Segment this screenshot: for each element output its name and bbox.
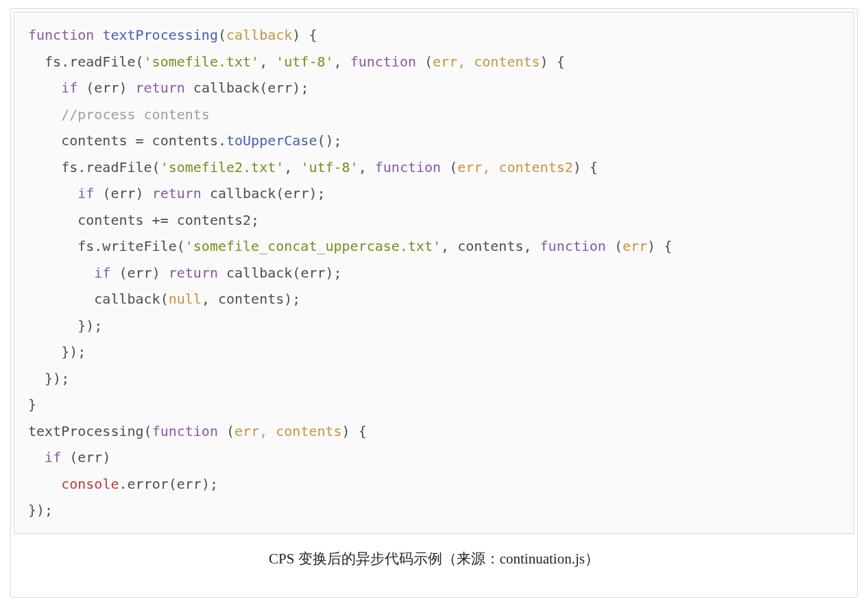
code-text: });	[28, 370, 69, 387]
figure-caption: CPS 变换后的异步代码示例（来源：continuation.js）	[14, 549, 854, 568]
code-text: callback(err);	[218, 265, 342, 281]
code-text	[28, 476, 61, 492]
code-text	[28, 449, 45, 465]
code-text: , contents);	[202, 291, 301, 307]
comment: //process contents	[61, 106, 210, 123]
code-text: ) {	[292, 27, 317, 43]
code-text: });	[28, 317, 102, 334]
code-block: function textProcessing(callback) { fs.r…	[14, 12, 854, 534]
code-text: ,	[359, 159, 375, 175]
code-text: (	[416, 53, 433, 70]
code-text: textProcessing(	[28, 423, 152, 439]
code-text: (err)	[94, 185, 152, 202]
code-text	[28, 80, 61, 96]
code-text: ) {	[540, 53, 565, 70]
code-text: (	[218, 27, 226, 43]
string: 'utf-8'	[276, 53, 333, 70]
code-text: ,	[259, 53, 276, 70]
keyword: function	[375, 159, 441, 175]
keyword: function	[540, 238, 606, 254]
code-text: contents += contents2;	[28, 212, 259, 228]
code-text: (	[441, 159, 457, 175]
string: 'somefile_concat_uppercase.txt'	[185, 238, 441, 254]
keyword: if	[94, 265, 110, 281]
code-text	[28, 265, 94, 281]
param: err, contents2	[457, 159, 573, 175]
keyword: if	[61, 80, 77, 96]
keyword: function	[28, 27, 94, 43]
code-text	[28, 185, 77, 202]
code-text: (err)	[110, 265, 168, 281]
keyword: if	[77, 185, 94, 202]
keyword: return	[136, 80, 185, 96]
code-text: ,	[334, 53, 350, 70]
code-text: ) {	[342, 423, 367, 439]
code-text: callback(err);	[202, 185, 326, 202]
code-text: fs.readFile(	[28, 53, 144, 70]
method: toUpperCase	[226, 132, 317, 149]
string: 'somefile.txt'	[144, 53, 260, 70]
code-text: .error(err);	[119, 476, 218, 492]
code-text: });	[28, 502, 53, 518]
code-text: fs.readFile(	[28, 159, 160, 175]
literal: null	[169, 291, 202, 307]
builtin: console	[61, 476, 119, 492]
code-text: (err)	[61, 449, 110, 465]
code-text: , contents,	[441, 238, 540, 254]
code-text: ();	[317, 132, 341, 149]
param: err, contents	[234, 423, 342, 439]
code-text: fs.writeFile(	[28, 238, 185, 254]
param: err, contents	[433, 53, 540, 70]
code-text: callback(	[28, 291, 169, 307]
code-text: ) {	[647, 238, 672, 254]
code-text: ) {	[573, 159, 598, 175]
keyword: if	[45, 449, 61, 465]
code-text: callback(err);	[185, 80, 309, 96]
code-text: (	[218, 423, 234, 439]
keyword: return	[152, 185, 202, 202]
code-text: (err)	[77, 80, 135, 96]
keyword: function	[350, 53, 416, 70]
param: err	[623, 238, 647, 254]
code-text: });	[28, 343, 86, 360]
string: 'somefile2.txt'	[160, 159, 285, 175]
code-text: }	[28, 396, 36, 413]
function-name: textProcessing	[102, 27, 218, 43]
string: 'utf-8'	[300, 159, 358, 175]
figure-container: function textProcessing(callback) { fs.r…	[10, 8, 858, 598]
param: callback	[226, 27, 292, 43]
keyword: function	[152, 423, 218, 439]
code-text	[28, 106, 61, 123]
code-text: (	[606, 238, 623, 254]
code-text: ,	[284, 159, 300, 175]
keyword: return	[169, 265, 218, 281]
code-text: contents = contents.	[28, 132, 226, 149]
